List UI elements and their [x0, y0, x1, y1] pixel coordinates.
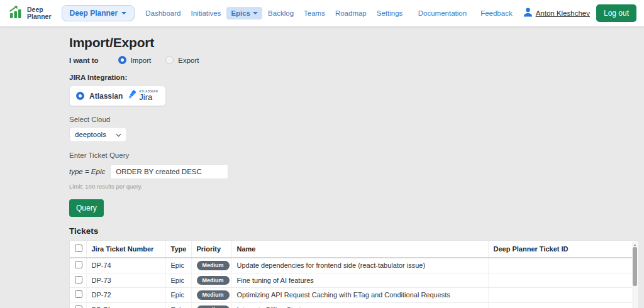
query-prefix: type = Epic [69, 168, 105, 175]
cell-deep-planner-ticket-id [488, 302, 633, 308]
app-logo[interactable]: Deep Planner [9, 4, 52, 22]
row-checkbox[interactable] [75, 261, 82, 268]
mode-label: I want to [69, 57, 99, 64]
user-name-link[interactable]: Anton Kleshchev [536, 9, 590, 17]
table-header-row: Jira Ticket Number Type Priority Name De… [70, 241, 633, 258]
priority-badge: Medium [197, 276, 230, 285]
nav-item-epics[interactable]: Epics [226, 7, 262, 19]
nav-item-roadmap[interactable]: Roadmap [331, 7, 371, 19]
documentation-link[interactable]: Documentation [414, 7, 470, 19]
atlassian-radio[interactable] [76, 92, 84, 100]
tickets-table: Jira Ticket Number Type Priority Name De… [69, 240, 639, 308]
workspace-dropdown-button[interactable]: Deep Planner [62, 5, 135, 21]
cell-name: Integrate Billing Strategy [231, 302, 488, 308]
query-button[interactable]: Query [69, 199, 104, 217]
priority-badge: Medium [197, 261, 230, 270]
atlassian-jira-integration-card[interactable]: Atlassian ATLASSIAN Jira [69, 85, 166, 106]
cell-deep-planner-ticket-id [488, 288, 633, 303]
navbar-right: Documentation Feedback Anton Kleshchev L… [414, 4, 636, 22]
cell-jira-ticket-number: DP-74 [86, 258, 165, 273]
table-vertical-scrollbar[interactable]: ▲ [632, 241, 638, 308]
row-checkbox[interactable] [75, 305, 82, 308]
jira-mark-icon [128, 90, 137, 102]
logout-button[interactable]: Log out [596, 4, 636, 22]
cell-jira-ticket-number: DP-73 [86, 273, 165, 288]
chevron-down-icon [116, 131, 121, 138]
table-row[interactable]: DP-71 Epic Medium Integrate Billing Stra… [70, 302, 633, 308]
import-export-page: Import/Export I want to Import Export JI… [0, 26, 644, 308]
nav-item-teams[interactable]: Teams [299, 7, 330, 19]
user-menu[interactable]: Anton Kleshchev [523, 7, 590, 20]
logo-text: Deep Planner [27, 6, 52, 21]
tickets-table-body: DP-74 Epic Medium Update dependencies fo… [70, 258, 633, 308]
scroll-up-arrow-icon[interactable]: ▲ [633, 243, 636, 246]
export-radio-label[interactable]: Export [178, 57, 199, 64]
priority-badge: Medium [197, 290, 230, 300]
cell-name: Optimizing API Request Caching with ETag… [231, 288, 488, 303]
import-radio[interactable] [118, 56, 126, 64]
page-title: Import/Export [69, 35, 639, 50]
nav-item-initiatives[interactable]: Initiatives [186, 7, 225, 19]
main-nav: Dashboard Initiatives Epics Backlog Team… [141, 7, 407, 19]
cell-priority: Medium [191, 302, 231, 308]
table-row[interactable]: DP-73 Epic Medium Fine tuning of AI feat… [70, 273, 633, 288]
cell-priority: Medium [191, 258, 231, 273]
row-checkbox[interactable] [75, 290, 82, 298]
col-priority: Priority [191, 241, 231, 258]
chevron-down-icon [121, 12, 126, 14]
cloud-select[interactable]: deeptools [69, 127, 127, 142]
col-name: Name [231, 241, 488, 258]
feedback-link[interactable]: Feedback [477, 7, 516, 19]
cell-type: Epic [165, 302, 191, 308]
col-jira-ticket-number: Jira Ticket Number [86, 241, 165, 258]
ticket-query-label: Enter Ticket Query [69, 151, 639, 159]
user-avatar-icon [523, 7, 533, 20]
cell-jira-ticket-number: DP-71 [86, 302, 165, 308]
cell-jira-ticket-number: DP-72 [86, 288, 165, 303]
select-cloud-label: Select Cloud [69, 116, 639, 123]
nav-item-dashboard[interactable]: Dashboard [141, 7, 185, 19]
col-deep-planner-ticket-id: Deep Planner Ticket ID [488, 241, 633, 258]
cell-type: Epic [165, 258, 191, 273]
mode-selector: I want to Import Export [69, 56, 639, 64]
jira-integration-label: JIRA Integration: [69, 74, 639, 81]
navbar: Deep Planner Deep Planner Dashboard Init… [0, 0, 644, 26]
cell-name: Update dependencies for frontend side (r… [231, 258, 488, 273]
query-row: type = Epic [69, 164, 639, 179]
table-row[interactable]: DP-74 Epic Medium Update dependencies fo… [70, 258, 633, 273]
cell-priority: Medium [191, 273, 231, 288]
cell-priority: Medium [191, 288, 231, 303]
table-row[interactable]: DP-72 Epic Medium Optimizing API Request… [70, 288, 633, 303]
priority-badge: Medium [197, 305, 230, 308]
cell-type: Epic [165, 273, 191, 288]
chevron-down-icon [253, 12, 258, 14]
atlassian-label: Atlassian [89, 92, 123, 101]
cell-name: Fine tuning of AI features [231, 273, 488, 288]
scrollbar-thumb[interactable] [633, 247, 637, 286]
col-type: Type [165, 241, 191, 258]
cell-deep-planner-ticket-id [488, 273, 633, 288]
export-radio[interactable] [165, 56, 174, 64]
jira-wordmark: ATLASSIAN Jira [139, 91, 158, 102]
import-radio-label[interactable]: Import [131, 57, 152, 64]
tickets-heading: Tickets [69, 226, 639, 236]
ticket-query-input[interactable] [110, 164, 228, 179]
jira-logo: ATLASSIAN Jira [128, 90, 158, 102]
nav-item-backlog[interactable]: Backlog [264, 7, 298, 19]
row-checkbox[interactable] [75, 276, 82, 283]
cell-type: Epic [165, 288, 191, 303]
select-all-checkbox[interactable] [75, 245, 82, 252]
query-limit-hint: Limit: 100 results per query. [69, 183, 639, 190]
nav-item-settings[interactable]: Settings [372, 7, 408, 19]
bar-chart-arrow-icon [9, 4, 24, 22]
cell-deep-planner-ticket-id [488, 258, 633, 273]
